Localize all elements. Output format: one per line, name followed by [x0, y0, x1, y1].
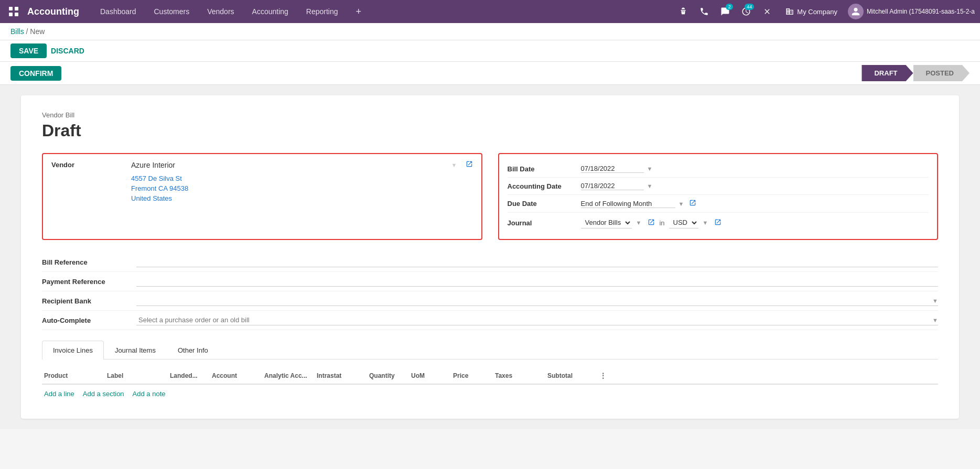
payment-reference-row: Payment Reference: [42, 272, 938, 291]
due-date-input[interactable]: [581, 200, 675, 208]
save-button[interactable]: SAVE: [10, 43, 47, 58]
tab-invoice-lines[interactable]: Invoice Lines: [42, 341, 104, 359]
status-bar: CONFIRM DRAFT POSTED: [0, 62, 980, 85]
nav-customers[interactable]: Customers: [147, 4, 197, 19]
tab-other-info[interactable]: Other Info: [167, 341, 219, 359]
top-navigation: Accounting Dashboard Customers Vendors A…: [0, 0, 980, 23]
col-more[interactable]: ⋮: [598, 371, 610, 380]
close-icon-button[interactable]: [759, 4, 775, 19]
discard-button[interactable]: DISCARD: [51, 47, 84, 55]
vendor-field-row: Vendor Azure Interior ▼: [51, 160, 473, 169]
app-title: Accounting: [27, 6, 79, 17]
auto-complete-arrow[interactable]: ▼: [932, 317, 938, 323]
col-quantity: Quantity: [367, 371, 409, 380]
col-product: Product: [42, 371, 105, 380]
nav-vendors[interactable]: Vendors: [200, 4, 241, 19]
nav-dashboard[interactable]: Dashboard: [93, 4, 144, 19]
grid-icon[interactable]: [5, 3, 22, 20]
svg-rect-1: [15, 7, 18, 10]
payment-reference-label: Payment Reference: [42, 278, 136, 286]
col-label: Label: [105, 371, 168, 380]
recipient-bank-label: Recipient Bank: [42, 297, 136, 305]
col-analytic: Analytic Acc...: [262, 371, 315, 380]
add-note-link[interactable]: Add a note: [133, 390, 166, 398]
vendor-address: 4557 De Silva St Fremont CA 94538 United…: [51, 174, 473, 202]
company-name[interactable]: My Company: [797, 8, 837, 16]
svg-rect-0: [9, 7, 13, 10]
bug-icon-button[interactable]: [675, 4, 691, 19]
breadcrumb-parent[interactable]: Bills: [10, 27, 24, 36]
nav-accounting[interactable]: Accounting: [245, 4, 296, 19]
recipient-bank-arrow[interactable]: ▼: [932, 298, 938, 304]
due-date-label: Due Date: [508, 200, 581, 208]
bill-date-row: Bill Date ▼: [508, 160, 929, 178]
nav-reporting[interactable]: Reporting: [299, 4, 346, 19]
journal-select[interactable]: Vendor Bills: [581, 217, 632, 228]
journal-row-container: Journal Vendor Bills ▼ in: [508, 213, 929, 233]
due-date-external-link[interactable]: [689, 199, 696, 208]
status-draft[interactable]: DRAFT: [861, 65, 913, 81]
tab-journal-items[interactable]: Journal Items: [104, 341, 167, 359]
auto-complete-input[interactable]: [136, 315, 932, 325]
journal-external-link[interactable]: [648, 219, 655, 227]
accounting-date-arrow[interactable]: ▼: [647, 183, 653, 189]
bill-date-label: Bill Date: [508, 165, 581, 173]
col-subtotal: Subtotal: [545, 371, 598, 380]
chat-icon-button[interactable]: 2: [717, 4, 733, 19]
clock-icon-button[interactable]: 44: [738, 4, 754, 19]
bill-date-input[interactable]: [581, 165, 644, 173]
due-date-arrow[interactable]: ▼: [679, 201, 684, 207]
status-posted[interactable]: POSTED: [913, 65, 970, 81]
form-top-grid: Vendor Azure Interior ▼ 4557 De Silva St…: [42, 153, 938, 240]
journal-value: Vendor Bills ▼ in USD ▼: [581, 217, 929, 228]
col-uom: UoM: [409, 371, 451, 380]
breadcrumb-current: New: [30, 27, 45, 36]
clock-badge: 44: [745, 4, 754, 10]
vendor-external-link-icon[interactable]: [466, 160, 473, 169]
accounting-date-input[interactable]: [581, 182, 644, 190]
breadcrumb-sep: /: [26, 27, 28, 36]
svg-rect-3: [15, 13, 18, 16]
table-header: Product Label Landed... Account Analytic…: [42, 368, 938, 385]
recipient-bank-input[interactable]: [136, 296, 932, 306]
accounting-date-label: Accounting Date: [508, 182, 581, 190]
tabs: Invoice Lines Journal Items Other Info: [42, 341, 938, 359]
recipient-bank-row: Recipient Bank ▼: [42, 291, 938, 311]
phone-icon-button[interactable]: [696, 4, 712, 19]
accounting-date-value: ▼: [581, 182, 929, 190]
main-content: Vendor Bill Draft Vendor Azure Interior …: [0, 85, 980, 429]
bill-reference-label: Bill Reference: [42, 258, 136, 266]
bill-date-arrow[interactable]: ▼: [647, 166, 653, 172]
journal-label: Journal: [508, 219, 581, 227]
vendor-dropdown-arrow[interactable]: ▼: [451, 162, 457, 168]
vendor-label: Vendor: [51, 161, 125, 169]
nav-plus[interactable]: +: [349, 3, 369, 20]
form-title: Draft: [42, 121, 938, 140]
vendor-addr3: United States: [131, 194, 473, 202]
user-avatar[interactable]: Mitchell Admin (17548091-saas-15-2-a: [848, 4, 975, 19]
confirm-button[interactable]: CONFIRM: [10, 66, 61, 81]
auto-complete-label: Auto-Complete: [42, 317, 136, 324]
bill-reference-input[interactable]: [136, 257, 938, 267]
vendor-addr2: Fremont CA 94538: [131, 184, 473, 192]
status-pipeline: DRAFT POSTED: [861, 65, 970, 81]
action-bar: SAVE DISCARD: [0, 40, 980, 62]
col-taxes: Taxes: [493, 371, 545, 380]
company-info: My Company: [780, 7, 843, 16]
payment-reference-input[interactable]: [136, 276, 938, 287]
add-section-link[interactable]: Add a section: [83, 390, 124, 398]
bill-date-value: ▼: [581, 165, 929, 173]
currency-select[interactable]: USD: [669, 217, 698, 228]
vendor-name-value[interactable]: Azure Interior: [131, 161, 445, 169]
col-account: Account: [210, 371, 262, 380]
currency-external-link[interactable]: [714, 219, 721, 227]
add-line-link[interactable]: Add a line: [44, 390, 74, 398]
currency-arrow[interactable]: ▼: [703, 220, 708, 226]
due-date-value: ▼: [581, 199, 929, 208]
accounting-date-row: Accounting Date ▼: [508, 178, 929, 195]
col-intrastat: Intrastat: [315, 371, 367, 380]
journal-arrow[interactable]: ▼: [636, 220, 642, 226]
auto-complete-row: Auto-Complete ▼: [42, 311, 938, 330]
nav-icons: 2 44 My Company Mitchell Admin: [675, 4, 975, 19]
form-card: Vendor Bill Draft Vendor Azure Interior …: [21, 95, 959, 419]
